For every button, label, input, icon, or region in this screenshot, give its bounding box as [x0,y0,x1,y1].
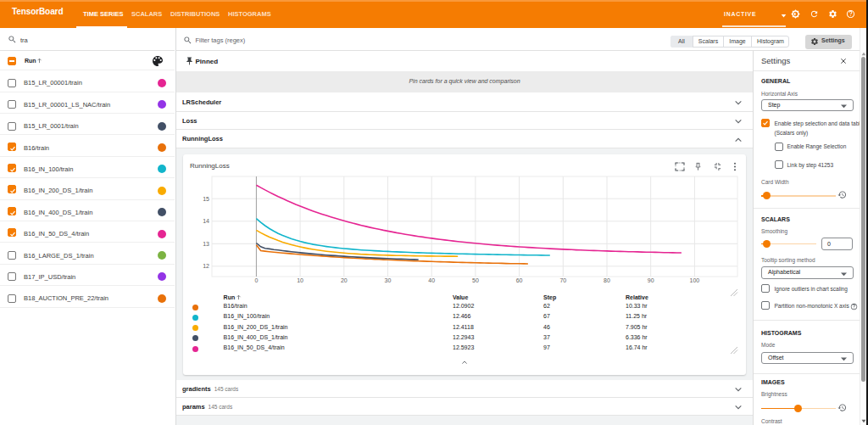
svg-text:50: 50 [472,277,479,283]
svg-text:80: 80 [604,277,610,283]
svg-text:12: 12 [203,263,209,269]
svg-text:90: 90 [648,277,654,283]
svg-text:100: 100 [690,277,700,283]
svg-text:70: 70 [559,277,566,283]
svg-text:30: 30 [385,277,392,283]
svg-text:20: 20 [341,277,348,283]
svg-text:0: 0 [254,277,258,283]
svg-text:40: 40 [428,277,435,283]
svg-text:60: 60 [516,277,523,283]
svg-text:13: 13 [203,240,209,246]
svg-text:15: 15 [203,195,209,201]
svg-text:10: 10 [297,277,303,283]
svg-text:14: 14 [203,218,209,224]
